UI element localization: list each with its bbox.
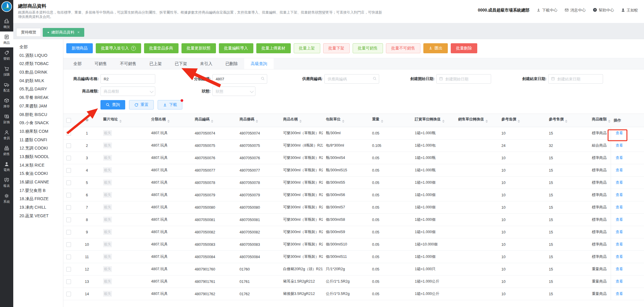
download-center-link[interactable]: 下載中心 xyxy=(536,8,557,13)
nav-item-marketing[interactable]: 營銷 xyxy=(0,47,13,63)
nav-item-ecommerce[interactable]: 電商 xyxy=(0,159,13,175)
filter-tab-all[interactable]: 全部 xyxy=(67,58,88,69)
help-center-link[interactable]: ? 幫助中心 xyxy=(593,8,614,13)
row-checkbox[interactable] xyxy=(66,168,71,173)
download-button[interactable]: 下載 xyxy=(158,100,182,109)
create-start-date-input[interactable] xyxy=(436,74,491,84)
category-item[interactable]: 08.餅乾 BISCU xyxy=(13,110,63,119)
category-item[interactable]: 17.嬰兒食用 B xyxy=(13,186,63,195)
row-checkbox[interactable] xyxy=(66,230,71,235)
col-header[interactable]: 圖片地址 xyxy=(100,114,148,127)
sort-icons[interactable] xyxy=(342,119,344,124)
category-item[interactable]: 14.米類 RICE xyxy=(13,161,63,170)
view-link[interactable]: 查看 xyxy=(616,255,623,259)
create-end-date-input[interactable] xyxy=(548,74,603,84)
category-item[interactable]: 20.蔬菜 VEGET xyxy=(13,212,63,220)
app-logo[interactable] xyxy=(1,1,12,13)
status-input[interactable] xyxy=(212,87,255,96)
nav-item-inventory[interactable]: 庫存 xyxy=(0,95,13,111)
batch-on-shelf-button[interactable]: 批量上架 xyxy=(294,43,320,53)
filter-tab-off-shelf[interactable]: 已下架 xyxy=(168,58,194,69)
row-checkbox[interactable] xyxy=(66,242,71,247)
row-checkbox[interactable] xyxy=(66,292,71,296)
row-checkbox[interactable] xyxy=(66,131,71,136)
category-item[interactable]: 全部 xyxy=(13,43,63,51)
row-checkbox[interactable] xyxy=(66,255,71,259)
view-link[interactable]: 查看 xyxy=(616,180,623,185)
view-link[interactable]: 查看 xyxy=(616,218,623,222)
filter-tab-not-introduced[interactable]: 未引入 xyxy=(194,58,219,69)
col-header[interactable]: 商品條碼 xyxy=(237,114,280,127)
view-link[interactable]: 查看 xyxy=(616,168,623,172)
category-item[interactable]: 01.酒類 LIQUO xyxy=(13,51,63,60)
filter-tab-deleted[interactable]: 已刪除 xyxy=(219,58,244,69)
tab-realtime-overview[interactable]: 實時概覽 xyxy=(16,28,41,37)
category-item[interactable]: 12.烹調 COOKI xyxy=(13,144,63,152)
view-link[interactable]: 查看 xyxy=(616,205,623,209)
row-checkbox[interactable] xyxy=(66,267,71,272)
sort-icons[interactable] xyxy=(211,119,213,124)
category-item[interactable]: 05.乳品 DAIRY xyxy=(13,85,63,93)
category-item[interactable]: 10.糖果類 COM xyxy=(13,127,63,136)
batch-sellable-button[interactable]: 批量可銷售 xyxy=(353,43,383,53)
sort-icons[interactable] xyxy=(442,119,445,124)
row-checkbox[interactable] xyxy=(66,193,71,198)
view-link[interactable]: 查看 xyxy=(616,156,623,160)
category-item[interactable]: 18.凍品 FROZE xyxy=(13,195,63,203)
category-item[interactable]: 02.煙類 TOBAC xyxy=(13,59,63,68)
view-link[interactable]: 查看 xyxy=(616,242,623,246)
filter-tab-advanced-query[interactable]: 高級查詢 xyxy=(244,58,274,69)
category-item[interactable]: 19.凍肉 CHILL xyxy=(13,203,63,212)
col-header[interactable]: 包裝單位 xyxy=(323,114,369,127)
category-item[interactable]: 15.食油 COOKI xyxy=(13,169,63,178)
col-header[interactable]: 銷售單位轉換值 xyxy=(455,114,498,127)
col-header[interactable]: 分類名稱 xyxy=(148,114,192,127)
batch-delete-button[interactable]: 批量刪除 xyxy=(451,43,477,53)
sort-icons[interactable] xyxy=(299,119,302,124)
view-link[interactable]: 查看 xyxy=(616,279,623,283)
product-code-name-input[interactable] xyxy=(100,74,155,84)
batch-unsellable-button[interactable]: 批量不可銷售 xyxy=(386,43,420,53)
message-center-link[interactable]: 消息中心 xyxy=(564,8,586,13)
reset-button[interactable]: 重置 xyxy=(129,100,154,109)
nav-item-purchase[interactable]: 採購 xyxy=(0,63,13,79)
row-checkbox[interactable] xyxy=(66,218,71,222)
sort-icons[interactable] xyxy=(486,119,488,124)
row-checkbox[interactable] xyxy=(66,205,71,210)
col-header[interactable]: 重量 xyxy=(369,114,412,127)
column-settings-gear-icon[interactable] xyxy=(74,114,100,127)
nav-item-system[interactable]: 系統 xyxy=(0,190,13,206)
col-header[interactable]: 訂貨單位轉換值 xyxy=(412,114,455,127)
category-item[interactable]: 09.小食 SNACK xyxy=(13,119,63,127)
batch-off-shelf-button[interactable]: 批量下架 xyxy=(323,43,350,53)
filter-tab-unsellable[interactable]: 不可銷售 xyxy=(113,58,143,69)
category-item[interactable]: 04.奶類 MILK xyxy=(13,77,63,85)
filter-tab-sellable[interactable]: 可銷售 xyxy=(88,58,113,69)
col-header[interactable]: 商品種類 xyxy=(589,114,611,127)
sort-icons[interactable] xyxy=(518,119,520,124)
sort-icons[interactable] xyxy=(256,119,258,124)
view-link[interactable]: 查看 xyxy=(616,267,623,271)
col-header[interactable]: 商品編碼 xyxy=(192,114,237,127)
new-product-button[interactable]: 新增商品 xyxy=(66,43,93,53)
view-link[interactable]: 查看 xyxy=(616,193,623,197)
product-kind-input[interactable] xyxy=(100,87,155,96)
view-link[interactable]: 查看 xyxy=(616,230,623,234)
nav-item-sales[interactable]: 銷售 xyxy=(0,143,13,159)
sort-icons[interactable] xyxy=(167,119,170,124)
supplier-code-input[interactable] xyxy=(324,74,379,84)
row-checkbox[interactable] xyxy=(66,143,71,148)
batch-edit-import-button[interactable]: 批量編輯導入 xyxy=(219,43,253,53)
view-link[interactable]: 查看 xyxy=(616,292,623,296)
sort-icons[interactable] xyxy=(565,119,567,124)
nav-item-member[interactable]: 會員 xyxy=(0,127,13,143)
batch-import-introduce-button[interactable]: 批量導入並引入? xyxy=(96,43,141,53)
nav-item-report[interactable]: 報表 xyxy=(0,175,13,190)
select-all-checkbox[interactable] xyxy=(66,118,71,123)
sort-icons[interactable] xyxy=(608,119,610,124)
user-menu[interactable]: 王如蛟 xyxy=(621,8,638,13)
tab-hq-product-data[interactable]: ● 總部商品資料 × xyxy=(43,28,84,37)
row-checkbox[interactable] xyxy=(66,156,71,160)
category-item[interactable]: 07.果醬類 JAM xyxy=(13,102,63,110)
row-checkbox[interactable] xyxy=(66,279,71,284)
